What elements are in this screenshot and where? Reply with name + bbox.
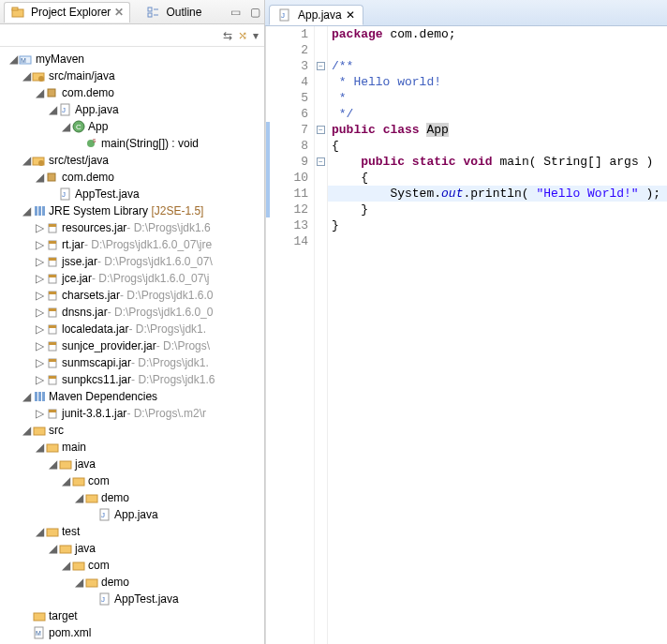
folder-icon [32,608,47,623]
method-icon: s [84,136,99,151]
folder-open-icon [84,490,99,505]
fold-column[interactable]: − − − [315,26,328,644]
tree-method[interactable]: smain(String[]) : void [4,135,264,152]
tree-file[interactable]: JAppTest.java [4,591,264,607]
tree-folder[interactable]: ◢com [4,557,264,574]
link-icon[interactable]: ⤭ [238,29,247,42]
marker-column [266,26,283,644]
tree-folder[interactable]: ◢demo [4,574,264,591]
tree-project[interactable]: ◢MmyMaven [4,51,264,67]
close-icon[interactable]: ✕ [114,6,124,19]
folder-open-icon [58,541,73,556]
svg-rect-50 [34,427,45,435]
tree-folder[interactable]: ◢test [4,523,264,540]
svg-rect-30 [49,258,56,261]
code-editor[interactable]: 1234567891011121314 − − − package com.de… [265,26,667,644]
view-tab-bar: Project Explorer ✕ Outline ▭ ▢ [0,0,264,24]
tree-jar[interactable]: ▷dnsns.jar - D:\Progs\jdk1.6.0_0 [4,304,264,321]
tree-folder[interactable]: ◢main [4,439,264,456]
library-icon [32,389,47,404]
tree-jar[interactable]: ▷resources.jar - D:\Progs\jdk1.6 [4,219,264,236]
tree-jar[interactable]: ▷localedata.jar - D:\Progs\jdk1. [4,321,264,337]
tree-jre[interactable]: ◢JRE System Library [J2SE-1.5] [4,202,264,219]
tree-jar[interactable]: ▷sunjce_provider.jar - D:\Progs\ [4,337,264,354]
minimize-icon[interactable]: ▭ [230,6,241,19]
collapse-icon[interactable]: ⇆ [223,29,232,42]
tree-file[interactable]: ◢JApp.java [4,101,264,118]
tab-label: Outline [166,6,201,19]
svg-rect-58 [60,546,71,553]
tree-jar[interactable]: ▷sunmscapi.jar - D:\Progs\jdk1. [4,354,264,371]
outline-icon [145,5,160,20]
tree-file[interactable]: JAppTest.java [4,186,264,202]
svg-rect-51 [47,444,58,452]
folder-open-icon [45,440,60,455]
source-folder-icon [32,68,47,83]
tree-class[interactable]: ◢CApp [4,118,264,135]
tree-jar[interactable]: ▷jsse.jar - D:\Progs\jdk1.6.0_07\ [4,253,264,270]
folder-open-icon [71,473,86,488]
fold-icon[interactable]: − [317,62,325,70]
svg-rect-34 [49,292,56,294]
package-icon [45,85,60,100]
java-file-icon: J [97,592,112,607]
close-icon[interactable]: ✕ [346,8,355,22]
java-file-icon: J [58,102,73,117]
menu-icon[interactable]: ▾ [253,29,259,42]
svg-text:M: M [36,630,41,637]
svg-rect-40 [49,342,56,345]
maven-project-icon: M [19,52,34,67]
tree-folder[interactable]: ◢demo [4,489,264,506]
project-explorer-tab[interactable]: Project Explorer ✕ [4,2,130,22]
tree-pom[interactable]: Mpom.xml [4,624,264,641]
svg-rect-45 [35,392,37,401]
svg-rect-46 [38,392,41,401]
tree-folder[interactable]: ◢src [4,422,264,439]
maximize-icon[interactable]: ▢ [250,6,260,19]
tree-src-test[interactable]: ◢src/test/java [4,152,264,169]
tree-maven-dep[interactable]: ◢Maven Dependencies [4,388,264,405]
jar-icon [45,372,60,387]
package-icon [45,170,60,185]
tree-jar[interactable]: ▷charsets.jar - D:\Progs\jdk1.6.0 [4,287,264,304]
outline-tab[interactable]: Outline [140,3,207,22]
svg-rect-44 [49,376,56,379]
tree-file[interactable]: JApp.java [4,506,264,523]
svg-text:C: C [76,123,82,131]
svg-rect-24 [42,206,45,216]
svg-text:J: J [101,511,105,519]
editor-tab-bar: J App.java ✕ [265,0,667,26]
tree-src-main[interactable]: ◢src/main/java [4,67,264,84]
svg-rect-3 [148,13,152,17]
tree-package[interactable]: ◢com.demo [4,169,264,186]
svg-text:M: M [21,57,26,64]
svg-rect-54 [86,495,97,502]
tree-jar[interactable]: ▷jce.jar - D:\Progs\jdk1.6.0_07\j [4,270,264,287]
project-tree[interactable]: ◢MmyMaven ◢src/main/java ◢com.demo ◢JApp… [0,47,264,644]
fold-icon[interactable]: − [317,126,325,134]
tree-folder[interactable]: ◢java [4,456,264,472]
tree-jar[interactable]: ▷sunpkcs11.jar - D:\Progs\jdk1.6 [4,371,264,388]
svg-point-18 [38,160,44,166]
folder-open-icon [84,575,99,590]
tree-jar[interactable]: ▷rt.jar - D:\Progs\jdk1.6.0_07\jre [4,236,264,253]
class-icon: C [71,119,86,134]
code-area[interactable]: package com.demo; /** * Hello world! * *… [328,26,667,644]
svg-rect-57 [47,529,58,536]
tree-folder[interactable]: target [4,607,264,624]
svg-point-9 [38,76,44,82]
java-file-icon: J [277,7,292,22]
tree-jar[interactable]: ▷junit-3.8.1.jar - D:\Progs\.m2\r [4,405,264,422]
svg-rect-49 [49,410,56,412]
explorer-toolbar: ⇆ ⤭ ▾ [0,24,264,47]
folder-open-icon [45,524,60,539]
tree-folder[interactable]: ◢com [4,472,264,489]
tab-label: Project Explorer [31,6,111,19]
svg-text:J: J [62,190,66,199]
tree-folder[interactable]: ◢java [4,540,264,557]
tree-package[interactable]: ◢com.demo [4,84,264,101]
fold-icon[interactable]: − [317,157,325,166]
editor-tab[interactable]: J App.java ✕ [269,5,363,25]
svg-text:J: J [281,11,285,20]
svg-rect-23 [38,206,41,216]
